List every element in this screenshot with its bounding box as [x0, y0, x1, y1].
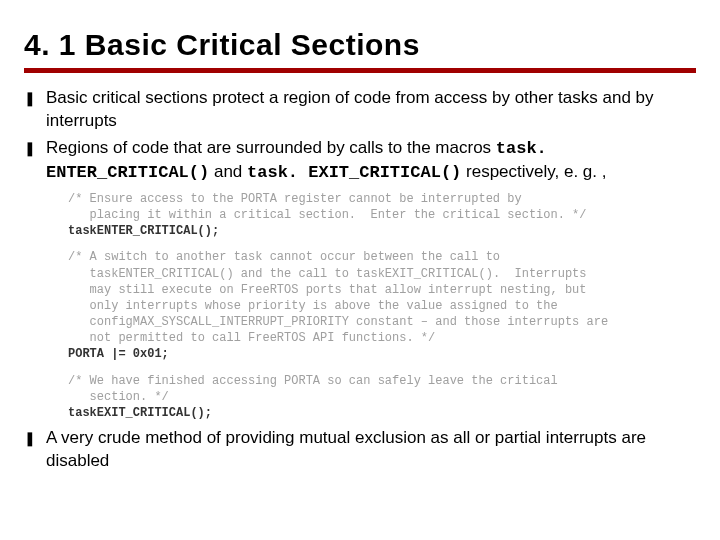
bullet-icon: ❚: [24, 87, 46, 109]
bullet-list: ❚ Basic critical sections protect a regi…: [24, 87, 696, 473]
code-inline: task. EXIT_CRITICAL(): [247, 163, 461, 182]
code-line: taskENTER_CRITICAL();: [68, 223, 696, 239]
code-comment: only interrupts whose priority is above …: [68, 298, 696, 314]
slide-title: 4. 1 Basic Critical Sections: [24, 28, 696, 62]
code-comment: /* A switch to another task cannot occur…: [68, 249, 696, 265]
bullet-text: Regions of code that are surrounded by c…: [46, 137, 696, 185]
text-fragment: and: [209, 162, 247, 181]
bullet-icon: ❚: [24, 137, 46, 159]
text-fragment: Regions of code that are surrounded by c…: [46, 138, 496, 157]
spacer: [68, 363, 696, 373]
code-line: taskEXIT_CRITICAL();: [68, 405, 696, 421]
bullet-item: ❚ Regions of code that are surrounded by…: [24, 137, 696, 185]
bullet-text: Basic critical sections protect a region…: [46, 87, 696, 133]
slide: 4. 1 Basic Critical Sections ❚ Basic cri…: [0, 0, 720, 473]
code-comment: section. */: [68, 389, 696, 405]
spacer: [68, 239, 696, 249]
code-example: /* Ensure access to the PORTA register c…: [68, 191, 696, 421]
code-comment: /* We have finished accessing PORTA so c…: [68, 373, 696, 389]
code-comment: /* Ensure access to the PORTA register c…: [68, 191, 696, 207]
bullet-item: ❚ A very crude method of providing mutua…: [24, 427, 696, 473]
code-comment: may still execute on FreeRTOS ports that…: [68, 282, 696, 298]
bullet-icon: ❚: [24, 427, 46, 449]
text-fragment: respectively, e. g. ,: [461, 162, 606, 181]
bullet-item: ❚ Basic critical sections protect a regi…: [24, 87, 696, 133]
title-rule: [24, 68, 696, 73]
code-line: PORTA |= 0x01;: [68, 346, 696, 362]
code-comment: configMAX_SYSCALL_INTERRUPT_PRIORITY con…: [68, 314, 696, 330]
code-comment: not permitted to call FreeRTOS API funct…: [68, 330, 696, 346]
code-comment: taskENTER_CRITICAL() and the call to tas…: [68, 266, 696, 282]
code-comment: placing it within a critical section. En…: [68, 207, 696, 223]
bullet-text: A very crude method of providing mutual …: [46, 427, 696, 473]
